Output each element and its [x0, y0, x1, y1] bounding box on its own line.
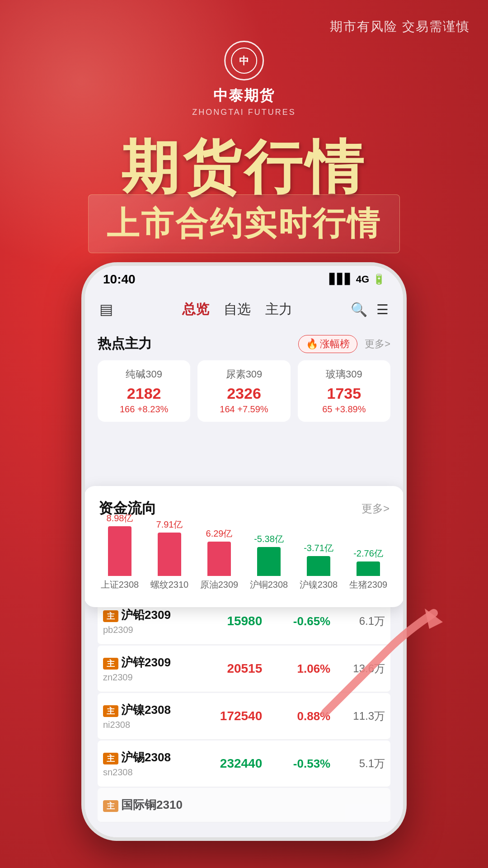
- bar-rect-3: [257, 547, 281, 576]
- capital-header: 资金流向 更多>: [99, 499, 389, 519]
- row-price-0: 15980: [194, 614, 262, 628]
- hot-card-change-2: 65 +3.89%: [305, 404, 383, 415]
- row-code-area-1: 主沪锌2309 zn2309: [103, 655, 194, 683]
- tab-overview[interactable]: 总览: [182, 300, 209, 319]
- nav-bar[interactable]: ▤ 总览 自选 主力 🔍 ☰: [85, 293, 403, 326]
- row-change-2: 0.88%: [262, 709, 330, 723]
- bar-rect-1: [158, 533, 181, 576]
- bar-rect-2: [207, 542, 231, 576]
- row-name-1: 主沪锌2309: [103, 655, 194, 670]
- bar-label-2: 原油2309: [200, 579, 239, 591]
- bar-item-3[interactable]: -5.38亿 沪铜2308: [248, 533, 290, 591]
- bar-item-5[interactable]: -2.76亿 生猪2309: [347, 547, 389, 591]
- table-row-4[interactable]: 主国际铜2310: [98, 788, 390, 822]
- rise-badge[interactable]: 🔥 涨幅榜: [298, 335, 357, 353]
- status-time: 10:40: [103, 272, 136, 287]
- row-vol-2: 11.3万: [330, 709, 385, 723]
- svg-text:中: 中: [239, 55, 249, 66]
- row-tag-0: 主: [103, 610, 118, 622]
- row-tag-4: 主: [103, 800, 118, 812]
- status-right: ▋▋▋ 4G 🔋: [329, 274, 385, 285]
- fire-icon: 🔥: [306, 338, 318, 350]
- row-tag-1: 主: [103, 658, 118, 670]
- bar-value-1: 7.91亿: [156, 519, 183, 531]
- table-row-3[interactable]: 主沪锡2308 sn2308 232440 -0.53% 5.1万: [98, 741, 390, 787]
- bar-value-2: 6.29亿: [206, 528, 233, 540]
- row-change-0: -0.65%: [262, 614, 330, 628]
- tab-main[interactable]: 主力: [265, 300, 292, 319]
- table-row-2[interactable]: 主沪镍2308 ni2308 172540 0.88% 11.3万: [98, 693, 390, 740]
- battery-icon: 🔋: [373, 274, 385, 285]
- table-section: 合约代码 最新价 涨跌幅 ▲ 成交量 ▲ 主沪铅2309: [85, 573, 403, 837]
- row-sub-0: pb2309: [103, 625, 194, 635]
- hot-card-2[interactable]: 玻璃309 1735 65 +3.89%: [298, 360, 390, 422]
- capital-bars: 8.98亿 上证2308 7.91亿 螺纹2310 6.29亿: [99, 528, 389, 591]
- row-name-3: 主沪锡2308: [103, 750, 194, 765]
- bar-item-0[interactable]: 8.98亿 上证2308: [99, 512, 141, 591]
- tab-watchlist[interactable]: 自选: [224, 300, 251, 319]
- phone-frame: 10:40 ▋▋▋ 4G 🔋 ▤ 总览 自选 主力 🔍 ☰: [81, 262, 407, 841]
- hot-card-change-1: 164 +7.59%: [205, 404, 283, 415]
- hot-card-1[interactable]: 尿素309 2326 164 +7.59%: [197, 360, 290, 422]
- hot-cards: 纯碱309 2182 166 +8.23% 尿素309 2326 164 +7.…: [98, 360, 390, 422]
- bar-value-5: -2.76亿: [353, 547, 383, 560]
- row-vol-0: 6.1万: [330, 614, 385, 628]
- hot-card-change-0: 166 +8.23%: [105, 404, 183, 415]
- signal-bars: ▋▋▋: [329, 274, 352, 285]
- hot-card-name-2: 玻璃309: [305, 368, 383, 381]
- row-price-2: 172540: [194, 709, 262, 723]
- bar-rect-4: [307, 556, 330, 576]
- row-sub-3: sn2308: [103, 767, 194, 778]
- row-name-0: 主沪铅2309: [103, 607, 194, 623]
- hot-title: 热点主力: [98, 335, 152, 353]
- bar-rect-0: [108, 526, 131, 576]
- row-price-3: 232440: [194, 756, 262, 771]
- row-change-1: 1.06%: [262, 662, 330, 676]
- signal-type: 4G: [356, 274, 369, 285]
- bar-label-5: 生猪2309: [349, 579, 388, 591]
- capital-flow-card: 资金流向 更多> 8.98亿 上证2308 7.91亿: [85, 486, 403, 607]
- row-vol-1: 13.6万: [330, 661, 385, 676]
- bar-item-4[interactable]: -3.71亿 沪镍2308: [297, 542, 340, 591]
- bar-item-1[interactable]: 7.91亿 螺纹2310: [148, 519, 191, 591]
- bar-label-4: 沪镍2308: [300, 579, 338, 591]
- row-name-4: 主国际铜2310: [103, 797, 194, 813]
- bar-rect-5: [357, 561, 380, 576]
- hot-card-price-0: 2182: [105, 385, 183, 402]
- bar-label-3: 沪铜2308: [250, 579, 288, 591]
- row-name-2: 主沪镍2308: [103, 702, 194, 718]
- row-tag-2: 主: [103, 705, 118, 717]
- capital-more[interactable]: 更多>: [361, 501, 389, 516]
- row-vol-3: 5.1万: [330, 756, 385, 771]
- row-code-area-3: 主沪锡2308 sn2308: [103, 750, 194, 778]
- status-bar: 10:40 ▋▋▋ 4G 🔋: [85, 266, 403, 293]
- hot-card-0[interactable]: 纯碱309 2182 166 +8.23%: [98, 360, 190, 422]
- phone-mockup: 10:40 ▋▋▋ 4G 🔋 ▤ 总览 自选 主力 🔍 ☰: [81, 262, 407, 841]
- bar-label-0: 上证2308: [101, 579, 139, 591]
- row-price-1: 20515: [194, 661, 262, 676]
- menu-icon[interactable]: ▤: [99, 301, 113, 318]
- logo-area: 中 中泰期货 ZHONGTAI FUTURES: [192, 41, 296, 117]
- row-sub-1: zn2309: [103, 672, 194, 683]
- hot-card-price-1: 2326: [205, 385, 283, 402]
- row-code-area-0: 主沪铅2309 pb2309: [103, 607, 194, 635]
- table-row-1[interactable]: 主沪锌2309 zn2309 20515 1.06% 13.6万: [98, 646, 390, 692]
- phone-content: 热点主力 🔥 涨幅榜 更多> 纯碱309 2182 166 +8.23%: [85, 326, 403, 841]
- sub-title: 上市合约实时行情: [88, 194, 400, 253]
- hot-more[interactable]: 更多>: [365, 337, 390, 351]
- row-sub-2: ni2308: [103, 720, 194, 730]
- hot-section: 热点主力 🔥 涨幅榜 更多> 纯碱309 2182 166 +8.23%: [85, 326, 403, 427]
- row-change-3: -0.53%: [262, 757, 330, 771]
- row-tag-3: 主: [103, 753, 118, 764]
- nav-tabs: 总览 自选 主力: [124, 300, 351, 319]
- logo-en: ZHONGTAI FUTURES: [192, 108, 296, 117]
- bar-item-2[interactable]: 6.29亿 原油2309: [198, 528, 240, 591]
- bar-value-3: -5.38亿: [254, 533, 284, 545]
- hot-right: 🔥 涨幅榜 更多>: [298, 335, 390, 353]
- logo-icon: 中: [224, 41, 264, 80]
- bar-label-1: 螺纹2310: [150, 579, 189, 591]
- disclaimer-text: 期市有风险 交易需谨慎: [330, 18, 470, 35]
- search-icon[interactable]: 🔍: [351, 302, 367, 317]
- row-code-area-2: 主沪镍2308 ni2308: [103, 702, 194, 730]
- filter-icon[interactable]: ☰: [376, 302, 389, 317]
